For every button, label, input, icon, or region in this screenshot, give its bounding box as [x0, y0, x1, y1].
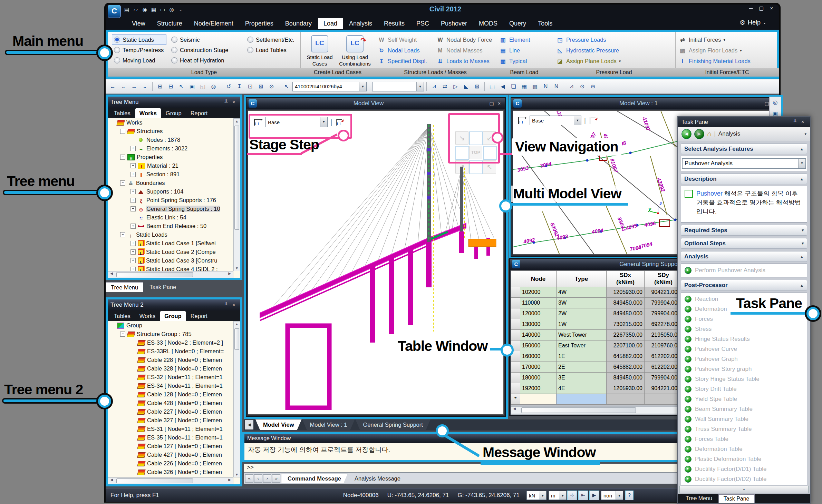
tree-tab[interactable]: Works [135, 311, 159, 321]
section-description[interactable]: Description▲ [681, 174, 807, 184]
radio-icon[interactable] [114, 47, 120, 53]
post-processor-item[interactable]: Hinge Status Results [681, 334, 807, 344]
post-processor-item[interactable]: Forces Table [681, 434, 807, 444]
home-icon[interactable]: ⌂ [707, 130, 712, 138]
ribbon-item[interactable]: ▥Element [499, 34, 530, 45]
toolbar-icon[interactable]: ⊠ [256, 81, 266, 92]
perform-pushover-analysis-item[interactable]: Perform Pushover Analysis [681, 264, 807, 277]
menu-tab[interactable]: PSC [411, 18, 435, 29]
toolbar-icon[interactable]: ⇄ [440, 81, 450, 92]
cell-type[interactable]: West Tower [557, 330, 607, 340]
pin-icon[interactable]: ┸ [791, 119, 799, 125]
minimize-icon[interactable]: ‒ [480, 101, 488, 106]
toolbar-icon[interactable]: ⊿ [429, 81, 439, 92]
dock-tab[interactable]: Task Pane [145, 282, 181, 292]
horizontal-scrollbar[interactable]: ◀▶ [108, 271, 233, 278]
cell-sdx[interactable]: 849450.000 [607, 308, 645, 319]
dock-tab[interactable]: Tree Menu [106, 282, 143, 292]
radio-option[interactable]: Heat of Hydration [169, 55, 246, 66]
post-processor-item[interactable]: Ductility Factor(D/D2) Table [681, 474, 807, 484]
section-analysis[interactable]: Analysis▲ [681, 251, 807, 262]
message-nav-button[interactable]: ‹ [254, 474, 262, 483]
cell-sdx[interactable]: 645882.000 [607, 362, 645, 373]
post-processor-item[interactable]: Pushover Curve [681, 344, 807, 354]
cell-sdy[interactable]: 799904.000 [645, 373, 683, 383]
tree-expander[interactable] [120, 232, 125, 237]
menu-tab[interactable]: Analysis [344, 18, 378, 29]
post-processor-item[interactable]: Story Hinge Status Table [681, 374, 807, 384]
tree-item[interactable]: Cable 428 [ Node=0 ; Elemen [108, 399, 233, 407]
close-icon[interactable]: × [799, 119, 806, 125]
qat-icon[interactable]: ▤ [122, 6, 131, 14]
cell-sdx[interactable]: 849450.000 [607, 298, 645, 308]
tree-item[interactable]: Boundaries [108, 179, 233, 187]
ribbon-item[interactable]: IFinishing Material Loads [679, 56, 753, 67]
post-processor-item[interactable]: Truss Summary Table [681, 424, 807, 434]
cell-type[interactable]: 3W [557, 298, 607, 308]
help-menu[interactable]: ⚙ Help ⌄ [739, 19, 766, 27]
tree-item[interactable]: Cable 328 [ Node=0 ; Elemen [108, 364, 233, 373]
cell-sdy[interactable]: 612202.000 [645, 351, 683, 362]
vertical-scrollbar[interactable]: ▲▼ [233, 118, 240, 271]
radio-option[interactable]: Seismic [169, 34, 246, 45]
cell-sdy[interactable]: 612202.000 [645, 362, 683, 373]
cell-sdx[interactable]: 2267350.00 [607, 330, 645, 340]
toolbar-icon[interactable]: ▩ [530, 81, 540, 92]
close-icon[interactable]: × [230, 302, 238, 308]
model-view-titlebar[interactable]: C Model View ‒ ▢ × [246, 98, 505, 109]
tree-item[interactable]: Material : 21 [108, 161, 233, 170]
post-processor-item[interactable]: Stress [681, 324, 807, 334]
menu-tab[interactable]: Results [378, 18, 410, 29]
tree-item[interactable]: Point Spring Supports : 176 [108, 196, 233, 205]
toolbar-icon[interactable]: ↧ [234, 81, 244, 92]
tree-item[interactable]: Static Loads [108, 230, 233, 239]
tree-item[interactable]: Cable 127 [ Node=0 ; Elemen [108, 442, 233, 451]
toolbar-icon[interactable]: ⌄ [118, 81, 128, 92]
forward-icon[interactable]: ▶ [694, 129, 704, 139]
cell-sdx[interactable]: 2207100.00 [607, 340, 645, 351]
horizontal-scrollbar[interactable]: ◀▶ [108, 477, 233, 484]
cell-node[interactable]: 150000 [520, 340, 557, 351]
tree-item[interactable]: Cable 326 [ Node=0 ; Elemen [108, 468, 233, 476]
tree-expander[interactable] [130, 189, 136, 194]
cell-sdy[interactable]: 2195050.00 [645, 330, 683, 340]
tree-item[interactable]: Nodes : 1878 [108, 136, 233, 144]
menu-tab[interactable]: Query [504, 18, 532, 29]
close-icon[interactable]: × [230, 99, 238, 105]
cell-node[interactable]: 160000 [520, 351, 557, 362]
row-selector[interactable] [511, 362, 520, 373]
cell-node[interactable]: 110000 [520, 298, 557, 308]
toolbar-icon[interactable]: ◎ [209, 81, 219, 92]
tree-item[interactable]: Static Load Case 2 [Compe [108, 248, 233, 256]
maximize-icon[interactable]: ▢ [488, 101, 495, 106]
dock-tab[interactable]: Task Pane [718, 494, 755, 503]
tree-item[interactable]: Elastic Link : 54 [108, 213, 233, 222]
ribbon-item[interactable]: ◪Assign Plane Loads▾ [556, 56, 621, 67]
tree-item[interactable]: Supports : 104 [108, 187, 233, 196]
cell-type[interactable]: 4W [557, 287, 607, 298]
cell-node[interactable]: 102000 [520, 287, 557, 298]
tree-menu-2-titlebar[interactable]: Tree Menu 2 ┸ × [108, 299, 240, 310]
row-selector[interactable] [511, 373, 520, 383]
ribbon-item[interactable]: WSelf Weight [378, 34, 427, 45]
toolbar-icon[interactable]: ▦ [519, 81, 529, 92]
toolbar-icon[interactable]: ⊚ [588, 81, 598, 92]
help-label[interactable]: Help [748, 19, 761, 26]
tree-item[interactable]: Properties [108, 153, 233, 161]
row-selector[interactable] [511, 330, 520, 340]
post-processor-item[interactable]: Story Drift Table [681, 384, 807, 394]
menu-tab[interactable]: MODS [473, 18, 503, 29]
close-button[interactable]: × [766, 4, 777, 12]
menu-tab[interactable]: Properties [240, 18, 279, 29]
tree-tab[interactable]: Report [186, 311, 212, 321]
stage-combo[interactable]: Base▼ [530, 116, 581, 125]
dock-tab[interactable]: Tree Menu [681, 494, 717, 503]
radio-icon[interactable] [171, 37, 177, 43]
post-processor-item[interactable]: Beam Summary Table [681, 404, 807, 414]
vertical-scrollbar[interactable]: ▲▼ [233, 321, 240, 477]
toolbar-icon[interactable]: ❏ [509, 81, 519, 92]
radio-icon[interactable] [171, 57, 177, 63]
qat-more-icon[interactable]: ⌄ [176, 6, 185, 14]
ribbon-item[interactable]: WNodal Body Force [436, 34, 492, 45]
column-header[interactable]: SDy (kN/m) [645, 270, 683, 287]
